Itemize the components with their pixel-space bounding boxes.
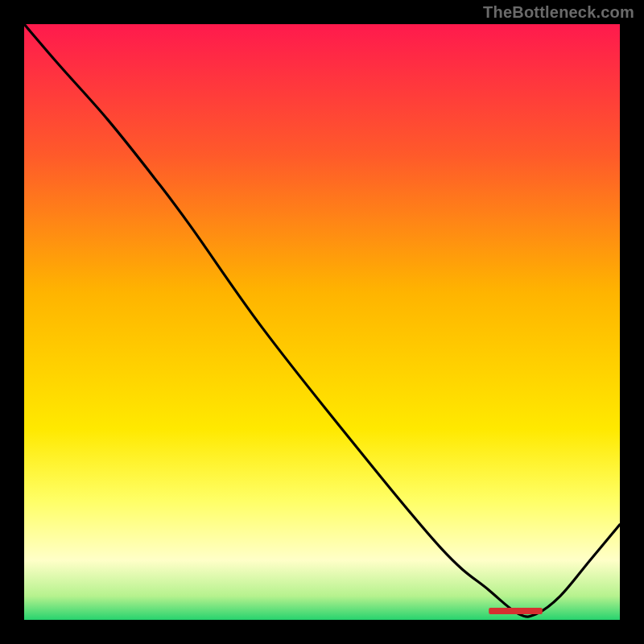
plot-area <box>24 24 620 620</box>
bottleneck-chart <box>24 24 620 620</box>
attribution-text: TheBottleneck.com <box>483 3 634 22</box>
chart-container: TheBottleneck.com <box>0 0 644 644</box>
gradient-background <box>24 24 620 620</box>
optimum-marker <box>489 608 543 614</box>
